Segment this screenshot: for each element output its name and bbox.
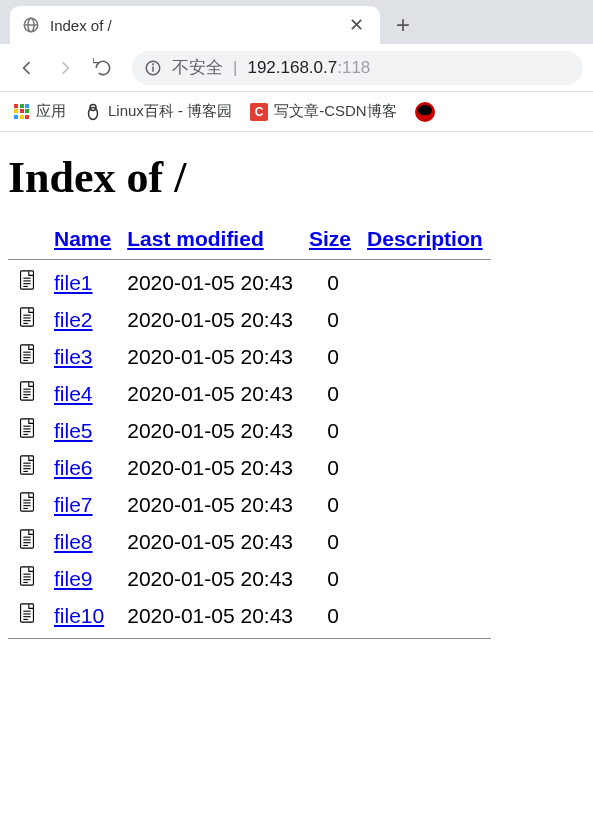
file-icon — [16, 527, 38, 551]
file-icon-cell — [8, 338, 46, 375]
col-desc[interactable]: Description — [367, 227, 483, 250]
table-row: file32020-01-05 20:430 — [8, 338, 491, 375]
insecure-label: 不安全 — [172, 56, 223, 79]
file-link[interactable]: file3 — [54, 345, 93, 368]
back-button[interactable] — [10, 51, 44, 85]
file-link[interactable]: file2 — [54, 308, 93, 331]
col-modified[interactable]: Last modified — [127, 227, 264, 250]
file-link[interactable]: file1 — [54, 271, 93, 294]
col-name[interactable]: Name — [54, 227, 111, 250]
bookmark-label: 写文章-CSDN博客 — [274, 102, 397, 121]
file-icon-cell — [8, 264, 46, 301]
address-port: :118 — [337, 58, 370, 77]
bookmark-redhat[interactable] — [415, 102, 435, 122]
apps-button[interactable]: 应用 — [14, 102, 66, 121]
file-icon — [16, 268, 38, 292]
globe-icon — [22, 16, 40, 34]
file-link[interactable]: file5 — [54, 419, 93, 442]
file-modified: 2020-01-05 20:43 — [119, 301, 301, 338]
file-icon — [16, 342, 38, 366]
tab-strip: Index of / ✕ + — [0, 0, 593, 44]
file-desc — [359, 597, 491, 634]
browser-tab[interactable]: Index of / ✕ — [10, 6, 380, 44]
forward-button[interactable] — [48, 51, 82, 85]
table-row: file72020-01-05 20:430 — [8, 486, 491, 523]
file-icon-cell — [8, 412, 46, 449]
bookmark-csdn[interactable]: C 写文章-CSDN博客 — [250, 102, 397, 121]
file-size: 0 — [301, 523, 359, 560]
file-desc — [359, 338, 491, 375]
page-title: Index of / — [8, 152, 585, 203]
table-row: file52020-01-05 20:430 — [8, 412, 491, 449]
file-modified: 2020-01-05 20:43 — [119, 486, 301, 523]
file-size: 0 — [301, 338, 359, 375]
file-icon — [16, 564, 38, 588]
csdn-icon: C — [250, 103, 268, 121]
close-tab-button[interactable]: ✕ — [345, 14, 368, 36]
table-row: file42020-01-05 20:430 — [8, 375, 491, 412]
file-size: 0 — [301, 486, 359, 523]
col-size[interactable]: Size — [309, 227, 351, 250]
file-icon — [16, 490, 38, 514]
page-content: Index of / Name Last modified Size Descr… — [0, 132, 593, 653]
address-url: 192.168.0.7:118 — [247, 58, 370, 78]
file-size: 0 — [301, 449, 359, 486]
table-row: file12020-01-05 20:430 — [8, 264, 491, 301]
file-icon — [16, 453, 38, 477]
table-row: file102020-01-05 20:430 — [8, 597, 491, 634]
file-desc — [359, 375, 491, 412]
file-desc — [359, 449, 491, 486]
file-modified: 2020-01-05 20:43 — [119, 597, 301, 634]
file-modified: 2020-01-05 20:43 — [119, 412, 301, 449]
file-modified: 2020-01-05 20:43 — [119, 264, 301, 301]
header-row: Name Last modified Size Description — [8, 223, 491, 255]
table-row: file82020-01-05 20:430 — [8, 523, 491, 560]
file-modified: 2020-01-05 20:43 — [119, 560, 301, 597]
file-desc — [359, 412, 491, 449]
file-desc — [359, 301, 491, 338]
file-icon — [16, 416, 38, 440]
file-icon-cell — [8, 449, 46, 486]
address-bar[interactable]: 不安全 | 192.168.0.7:118 — [132, 51, 583, 85]
file-size: 0 — [301, 597, 359, 634]
file-size: 0 — [301, 301, 359, 338]
file-icon-cell — [8, 301, 46, 338]
divider — [8, 259, 491, 260]
table-row: file62020-01-05 20:430 — [8, 449, 491, 486]
file-size: 0 — [301, 375, 359, 412]
file-icon-cell — [8, 560, 46, 597]
file-link[interactable]: file4 — [54, 382, 93, 405]
file-size: 0 — [301, 560, 359, 597]
address-separator: | — [233, 58, 237, 78]
redhat-icon — [415, 102, 435, 122]
file-icon-cell — [8, 523, 46, 560]
file-link[interactable]: file8 — [54, 530, 93, 553]
file-link[interactable]: file6 — [54, 456, 93, 479]
apps-icon — [14, 104, 30, 120]
svg-point-5 — [153, 63, 154, 64]
file-desc — [359, 486, 491, 523]
file-link[interactable]: file10 — [54, 604, 104, 627]
table-row: file92020-01-05 20:430 — [8, 560, 491, 597]
file-link[interactable]: file7 — [54, 493, 93, 516]
file-icon-cell — [8, 375, 46, 412]
file-size: 0 — [301, 412, 359, 449]
tab-title: Index of / — [50, 17, 345, 34]
file-icon-cell — [8, 597, 46, 634]
info-icon — [144, 59, 162, 77]
file-link[interactable]: file9 — [54, 567, 93, 590]
bookmark-linux[interactable]: Linux百科 - 博客园 — [84, 102, 232, 121]
new-tab-button[interactable]: + — [388, 10, 418, 40]
reload-button[interactable] — [86, 51, 120, 85]
file-modified: 2020-01-05 20:43 — [119, 523, 301, 560]
file-desc — [359, 264, 491, 301]
bookmarks-bar: 应用 Linux百科 - 博客园 C 写文章-CSDN博客 — [0, 92, 593, 132]
file-desc — [359, 523, 491, 560]
file-icon-cell — [8, 486, 46, 523]
browser-toolbar: 不安全 | 192.168.0.7:118 — [0, 44, 593, 92]
file-modified: 2020-01-05 20:43 — [119, 449, 301, 486]
divider — [8, 638, 491, 639]
file-size: 0 — [301, 264, 359, 301]
file-icon — [16, 379, 38, 403]
penguin-icon — [84, 103, 102, 121]
